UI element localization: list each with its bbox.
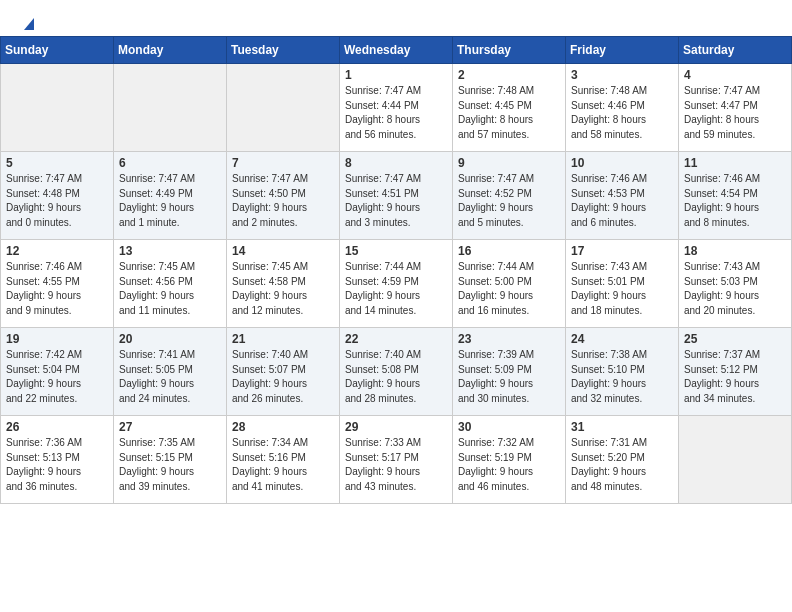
day-number: 15 <box>345 244 447 258</box>
calendar-cell: 19Sunrise: 7:42 AM Sunset: 5:04 PM Dayli… <box>1 328 114 416</box>
day-number: 12 <box>6 244 108 258</box>
day-info: Sunrise: 7:47 AM Sunset: 4:47 PM Dayligh… <box>684 84 786 142</box>
calendar-header-monday: Monday <box>114 37 227 64</box>
calendar-cell: 27Sunrise: 7:35 AM Sunset: 5:15 PM Dayli… <box>114 416 227 504</box>
day-number: 30 <box>458 420 560 434</box>
calendar-cell: 30Sunrise: 7:32 AM Sunset: 5:19 PM Dayli… <box>453 416 566 504</box>
day-info: Sunrise: 7:45 AM Sunset: 4:58 PM Dayligh… <box>232 260 334 318</box>
calendar-header-friday: Friday <box>566 37 679 64</box>
day-info: Sunrise: 7:42 AM Sunset: 5:04 PM Dayligh… <box>6 348 108 406</box>
day-number: 4 <box>684 68 786 82</box>
calendar-cell <box>1 64 114 152</box>
day-info: Sunrise: 7:45 AM Sunset: 4:56 PM Dayligh… <box>119 260 221 318</box>
day-info: Sunrise: 7:39 AM Sunset: 5:09 PM Dayligh… <box>458 348 560 406</box>
calendar-cell: 7Sunrise: 7:47 AM Sunset: 4:50 PM Daylig… <box>227 152 340 240</box>
day-info: Sunrise: 7:46 AM Sunset: 4:54 PM Dayligh… <box>684 172 786 230</box>
calendar-cell <box>227 64 340 152</box>
calendar-week-3: 12Sunrise: 7:46 AM Sunset: 4:55 PM Dayli… <box>1 240 792 328</box>
calendar-table: SundayMondayTuesdayWednesdayThursdayFrid… <box>0 36 792 504</box>
calendar-cell: 21Sunrise: 7:40 AM Sunset: 5:07 PM Dayli… <box>227 328 340 416</box>
day-info: Sunrise: 7:40 AM Sunset: 5:07 PM Dayligh… <box>232 348 334 406</box>
calendar-header-sunday: Sunday <box>1 37 114 64</box>
calendar-cell: 17Sunrise: 7:43 AM Sunset: 5:01 PM Dayli… <box>566 240 679 328</box>
calendar-cell: 26Sunrise: 7:36 AM Sunset: 5:13 PM Dayli… <box>1 416 114 504</box>
day-number: 5 <box>6 156 108 170</box>
day-number: 13 <box>119 244 221 258</box>
day-info: Sunrise: 7:46 AM Sunset: 4:53 PM Dayligh… <box>571 172 673 230</box>
day-number: 22 <box>345 332 447 346</box>
day-info: Sunrise: 7:47 AM Sunset: 4:52 PM Dayligh… <box>458 172 560 230</box>
calendar-cell: 28Sunrise: 7:34 AM Sunset: 5:16 PM Dayli… <box>227 416 340 504</box>
calendar-cell <box>679 416 792 504</box>
day-info: Sunrise: 7:44 AM Sunset: 5:00 PM Dayligh… <box>458 260 560 318</box>
day-number: 18 <box>684 244 786 258</box>
calendar-header-wednesday: Wednesday <box>340 37 453 64</box>
day-number: 9 <box>458 156 560 170</box>
day-number: 3 <box>571 68 673 82</box>
day-number: 1 <box>345 68 447 82</box>
calendar-cell: 29Sunrise: 7:33 AM Sunset: 5:17 PM Dayli… <box>340 416 453 504</box>
calendar-cell: 15Sunrise: 7:44 AM Sunset: 4:59 PM Dayli… <box>340 240 453 328</box>
day-number: 24 <box>571 332 673 346</box>
day-number: 19 <box>6 332 108 346</box>
day-info: Sunrise: 7:46 AM Sunset: 4:55 PM Dayligh… <box>6 260 108 318</box>
day-info: Sunrise: 7:37 AM Sunset: 5:12 PM Dayligh… <box>684 348 786 406</box>
logo-triangle-icon <box>20 14 38 32</box>
calendar-cell: 23Sunrise: 7:39 AM Sunset: 5:09 PM Dayli… <box>453 328 566 416</box>
calendar-cell: 31Sunrise: 7:31 AM Sunset: 5:20 PM Dayli… <box>566 416 679 504</box>
day-number: 21 <box>232 332 334 346</box>
calendar-cell: 16Sunrise: 7:44 AM Sunset: 5:00 PM Dayli… <box>453 240 566 328</box>
day-number: 28 <box>232 420 334 434</box>
svg-marker-0 <box>24 18 34 30</box>
day-number: 20 <box>119 332 221 346</box>
calendar-cell: 10Sunrise: 7:46 AM Sunset: 4:53 PM Dayli… <box>566 152 679 240</box>
day-number: 2 <box>458 68 560 82</box>
day-number: 25 <box>684 332 786 346</box>
day-info: Sunrise: 7:33 AM Sunset: 5:17 PM Dayligh… <box>345 436 447 494</box>
day-number: 17 <box>571 244 673 258</box>
calendar-cell: 14Sunrise: 7:45 AM Sunset: 4:58 PM Dayli… <box>227 240 340 328</box>
calendar-cell: 11Sunrise: 7:46 AM Sunset: 4:54 PM Dayli… <box>679 152 792 240</box>
day-info: Sunrise: 7:48 AM Sunset: 4:45 PM Dayligh… <box>458 84 560 142</box>
calendar-cell: 6Sunrise: 7:47 AM Sunset: 4:49 PM Daylig… <box>114 152 227 240</box>
day-number: 26 <box>6 420 108 434</box>
page-header <box>0 0 792 36</box>
day-number: 27 <box>119 420 221 434</box>
day-info: Sunrise: 7:47 AM Sunset: 4:51 PM Dayligh… <box>345 172 447 230</box>
day-number: 23 <box>458 332 560 346</box>
calendar-cell: 9Sunrise: 7:47 AM Sunset: 4:52 PM Daylig… <box>453 152 566 240</box>
day-number: 10 <box>571 156 673 170</box>
day-info: Sunrise: 7:40 AM Sunset: 5:08 PM Dayligh… <box>345 348 447 406</box>
calendar-cell: 2Sunrise: 7:48 AM Sunset: 4:45 PM Daylig… <box>453 64 566 152</box>
calendar-header-thursday: Thursday <box>453 37 566 64</box>
day-info: Sunrise: 7:36 AM Sunset: 5:13 PM Dayligh… <box>6 436 108 494</box>
day-number: 7 <box>232 156 334 170</box>
calendar-cell: 1Sunrise: 7:47 AM Sunset: 4:44 PM Daylig… <box>340 64 453 152</box>
day-info: Sunrise: 7:47 AM Sunset: 4:50 PM Dayligh… <box>232 172 334 230</box>
day-info: Sunrise: 7:38 AM Sunset: 5:10 PM Dayligh… <box>571 348 673 406</box>
calendar-cell: 3Sunrise: 7:48 AM Sunset: 4:46 PM Daylig… <box>566 64 679 152</box>
day-number: 8 <box>345 156 447 170</box>
day-info: Sunrise: 7:48 AM Sunset: 4:46 PM Dayligh… <box>571 84 673 142</box>
day-number: 11 <box>684 156 786 170</box>
day-number: 16 <box>458 244 560 258</box>
day-info: Sunrise: 7:35 AM Sunset: 5:15 PM Dayligh… <box>119 436 221 494</box>
calendar-header-tuesday: Tuesday <box>227 37 340 64</box>
day-info: Sunrise: 7:47 AM Sunset: 4:44 PM Dayligh… <box>345 84 447 142</box>
day-info: Sunrise: 7:47 AM Sunset: 4:48 PM Dayligh… <box>6 172 108 230</box>
day-info: Sunrise: 7:47 AM Sunset: 4:49 PM Dayligh… <box>119 172 221 230</box>
calendar-cell: 20Sunrise: 7:41 AM Sunset: 5:05 PM Dayli… <box>114 328 227 416</box>
day-info: Sunrise: 7:41 AM Sunset: 5:05 PM Dayligh… <box>119 348 221 406</box>
calendar-cell: 22Sunrise: 7:40 AM Sunset: 5:08 PM Dayli… <box>340 328 453 416</box>
day-number: 14 <box>232 244 334 258</box>
calendar-cell: 8Sunrise: 7:47 AM Sunset: 4:51 PM Daylig… <box>340 152 453 240</box>
calendar-week-4: 19Sunrise: 7:42 AM Sunset: 5:04 PM Dayli… <box>1 328 792 416</box>
day-info: Sunrise: 7:44 AM Sunset: 4:59 PM Dayligh… <box>345 260 447 318</box>
logo <box>18 18 38 28</box>
day-number: 31 <box>571 420 673 434</box>
calendar-cell <box>114 64 227 152</box>
calendar-cell: 5Sunrise: 7:47 AM Sunset: 4:48 PM Daylig… <box>1 152 114 240</box>
calendar-cell: 18Sunrise: 7:43 AM Sunset: 5:03 PM Dayli… <box>679 240 792 328</box>
calendar-week-5: 26Sunrise: 7:36 AM Sunset: 5:13 PM Dayli… <box>1 416 792 504</box>
calendar-cell: 13Sunrise: 7:45 AM Sunset: 4:56 PM Dayli… <box>114 240 227 328</box>
